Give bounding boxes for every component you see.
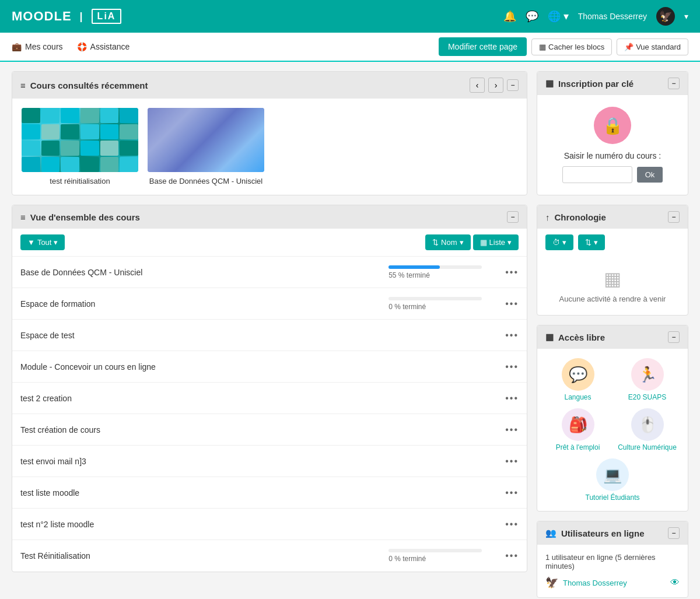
user-avatar[interactable]: 🦅 [656, 7, 675, 26]
course-name[interactable]: test liste moodle [20, 488, 388, 498]
chrono-toolbar: ⏱ ▾ ⇅ ▾ [537, 229, 688, 256]
course-menu[interactable]: ••• [505, 519, 519, 530]
acces-item-culture[interactable]: 🖱️ Culture Numérique [616, 408, 678, 451]
chrono-empty-text: Aucune activité à rendre à venir [549, 295, 676, 303]
chronologie-minimize[interactable]: − [668, 211, 680, 223]
vue-ensemble-minimize[interactable]: − [507, 211, 519, 223]
acces-item-langues[interactable]: 💬 Langues [547, 358, 609, 401]
acces-libre-block: ▦ Accès libre − 💬 Langues 🏃 E20 SUAPS 🎒 … [537, 325, 688, 512]
e20-icon: 🏃 [631, 358, 664, 391]
course-name[interactable]: Espace de formation [20, 299, 388, 309]
acces-libre-title-text: Accès libre [558, 332, 605, 342]
culture-label: Culture Numérique [616, 443, 678, 451]
user-link[interactable]: Thomas Dosserrey [563, 579, 627, 587]
vue-ensemble-header: ≡ Vue d'ensemble des cours − [12, 205, 527, 229]
course-menu[interactable]: ••• [505, 299, 519, 309]
course-name[interactable]: Test Réinitialisation [20, 551, 388, 561]
course-name[interactable]: test n°2 liste moodle [20, 520, 388, 529]
header: MOODLE | LiA 🔔 💬 🌐 ▾ Thomas Desserrey 🦅 … [0, 0, 700, 33]
acces-libre-minimize[interactable]: − [668, 331, 680, 343]
course-menu[interactable]: ••• [505, 267, 519, 278]
utilisateurs-block: 👥 Utilisateurs en ligne − 1 utilisateur … [537, 521, 688, 598]
nav-mes-cours-label: Mes cours [25, 42, 63, 51]
course-name[interactable]: Module - Concevoir un cours en ligne [20, 362, 388, 372]
main-content: ≡ Cours consultés récemment ‹ › − [0, 62, 700, 599]
header-right: 🔔 💬 🌐 ▾ Thomas Desserrey 🦅 ▾ [503, 7, 688, 26]
inscription-title-text: Inscription par clé [558, 79, 634, 89]
inscription-ok-button[interactable]: Ok [637, 167, 663, 183]
user-name: Thomas Desserrey [578, 12, 647, 21]
vue-ensemble-title: ≡ Vue d'ensemble des cours [20, 212, 140, 222]
course-label-0: test réinitialisation [22, 177, 138, 185]
utilisateurs-title: 👥 Utilisateurs en ligne [545, 528, 645, 538]
notification-icon[interactable]: 🔔 [503, 10, 516, 23]
course-menu[interactable]: ••• [505, 425, 519, 435]
course-name[interactable]: Espace de test [20, 331, 388, 340]
course-progress: 0 % terminé [388, 297, 505, 311]
list-icon-2: ▦ [545, 332, 554, 342]
recent-courses-title-text: Cours consultés récemment [30, 80, 148, 90]
eye-icon[interactable]: 👁 [670, 577, 680, 588]
vue-standard-button[interactable]: 📌 Vue standard [617, 38, 688, 55]
left-column: ≡ Cours consultés récemment ‹ › − [12, 71, 527, 599]
help-icon: 🛟 [77, 42, 87, 51]
course-name[interactable]: Test création de cours [20, 425, 388, 435]
nav-mes-cours[interactable]: 💼 Mes cours [12, 34, 63, 59]
prev-button[interactable]: ‹ [470, 78, 485, 93]
chrono-date-button[interactable]: ⏱ ▾ [545, 234, 573, 250]
table-row: test n°2 liste moodle ••• [12, 509, 527, 540]
nav-assistance[interactable]: 🛟 Assistance [77, 34, 130, 59]
course-menu[interactable]: ••• [505, 393, 519, 404]
table-row: test liste moodle ••• [12, 477, 527, 509]
acces-item-tuto[interactable]: 💻 Tutoriel Étudiants [547, 458, 678, 502]
user-row: 🦅 Thomas Dosserrey 👁 [545, 576, 680, 589]
grid-icon: ▦ [539, 43, 546, 51]
filter-icon: ▼ [27, 238, 35, 247]
recent-courses-body: test réinitialisation Base de Données QC… [12, 99, 527, 195]
inscription-block: ▦ Inscription par clé − 🔒 Saisir le numé… [537, 71, 688, 195]
table-row: test 2 creation ••• [12, 383, 527, 414]
user-dropdown-arrow[interactable]: ▾ [684, 12, 688, 21]
view-button[interactable]: ▦ Liste ▾ [473, 234, 519, 250]
nav-assistance-label: Assistance [90, 42, 130, 51]
utilisateurs-title-text: Utilisateurs en ligne [561, 528, 645, 538]
course-name[interactable]: test envoi mail n]3 [20, 457, 388, 466]
vue-ensemble-title-text: Vue d'ensemble des cours [30, 212, 140, 222]
globe-icon[interactable]: 🌐 ▾ [548, 10, 569, 23]
course-name[interactable]: Base de Données QCM - Unisciel [20, 268, 388, 277]
filter-button[interactable]: ▼ Tout ▾ [20, 234, 65, 250]
hamburger-icon-2: ≡ [20, 212, 26, 222]
course-menu[interactable]: ••• [505, 362, 519, 372]
course-menu[interactable]: ••• [505, 330, 519, 341]
block-controls: ‹ › − [470, 78, 519, 93]
course-name[interactable]: test 2 creation [20, 394, 388, 403]
acces-item-pret[interactable]: 🎒 Prêt à l'emploi [547, 408, 609, 451]
arrow-up-icon: ↑ [545, 212, 550, 222]
chrono-sort-button[interactable]: ⇅ ▾ [578, 234, 605, 250]
utilisateurs-minimize[interactable]: − [668, 527, 680, 539]
view-label: Liste [489, 238, 505, 247]
cacher-blocs-button[interactable]: ▦ Cacher les blocs [531, 38, 612, 55]
course-thumb-blue [148, 108, 264, 172]
course-card-1[interactable]: Base de Données QCM - Unisciel [148, 108, 264, 185]
tuto-label: Tutoriel Étudiants [586, 493, 640, 502]
acces-item-e20[interactable]: 🏃 E20 SUAPS [616, 358, 678, 401]
course-menu[interactable]: ••• [505, 456, 519, 467]
table-row: Test Réinitialisation 0 % terminé ••• [12, 540, 527, 572]
course-menu[interactable]: ••• [505, 488, 519, 498]
inscription-minimize[interactable]: − [668, 78, 680, 89]
pret-icon: 🎒 [562, 408, 594, 441]
modifier-page-button[interactable]: Modifier cette page [439, 37, 527, 56]
message-icon[interactable]: 💬 [526, 10, 538, 23]
users-count: 1 utilisateur en ligne (5 dernières minu… [545, 553, 680, 570]
right-column: ▦ Inscription par clé − 🔒 Saisir le numé… [537, 71, 688, 599]
minimize-button[interactable]: − [507, 79, 519, 91]
table-row: Test création de cours ••• [12, 414, 527, 446]
chronologie-header: ↑ Chronologie − [537, 205, 688, 229]
course-card-0[interactable]: test réinitialisation [22, 108, 138, 185]
next-button[interactable]: › [488, 78, 503, 93]
e20-label: E20 SUAPS [616, 393, 678, 401]
course-menu[interactable]: ••• [505, 551, 519, 561]
sort-button[interactable]: ⇅ Nom ▾ [425, 234, 470, 250]
inscription-input[interactable] [562, 166, 632, 183]
